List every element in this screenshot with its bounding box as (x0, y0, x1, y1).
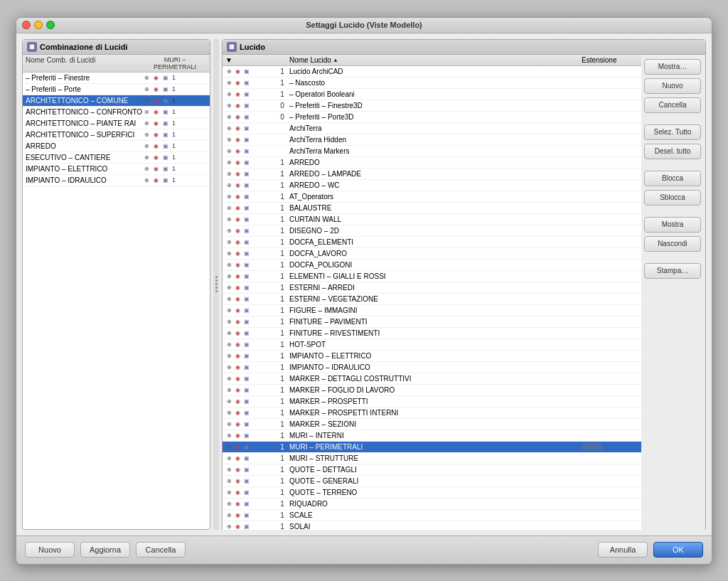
sblocca-button[interactable]: Sblocca (644, 190, 701, 206)
right-list-item[interactable]: ⊕ ◉ ▣ 1 QUOTE – TERRENO (223, 487, 641, 499)
right-list-item[interactable]: ⊕ ◉ ▣ 1 MURI – INTERNI (223, 430, 641, 442)
stampa-button[interactable]: Stampa… (644, 263, 701, 279)
layers-icon2: ⊕ (225, 307, 233, 314)
right-list-item[interactable]: ⊕ ◉ ▣ 1 ESTERNI – ARREDI (223, 282, 641, 294)
right-list-item[interactable]: ⊕ ◉ ▣ 1 ARREDO – LAMPADE (223, 169, 641, 180)
right-list-item[interactable]: ⊕ ◉ ▣ 1 – Operatori Booleani (223, 89, 641, 100)
mostra-dropdown-button[interactable]: Mostra… (644, 59, 701, 75)
nuovo-button[interactable]: Nuovo (644, 78, 701, 94)
col-name-header: Nome Comb. di Lucidi (26, 56, 143, 70)
spacer3 (644, 209, 701, 213)
left-list[interactable]: – Preferiti – Finestre ⊕ ◉ ▣ 1 – Preferi… (23, 73, 210, 529)
left-list-item[interactable]: IMPIANTO – ELETTRICO ⊕ ◉ ▣ 1 (23, 164, 210, 175)
nascondi-button[interactable]: Nascondi (644, 236, 701, 252)
right-list-item[interactable]: ⊕ ◉ ▣ 1 ESTERNI – VEGETAZIONE (223, 294, 641, 305)
left-list-item[interactable]: ARREDO ⊕ ◉ ▣ 1 (23, 141, 210, 152)
right-list-item[interactable]: ⊕ ◉ ▣ 1 FIGURE – IMMAGINI (223, 305, 641, 316)
cancella-button[interactable]: Cancella (644, 97, 701, 113)
right-list-item[interactable]: ⊕ ◉ ▣ 1 IMPIANTO – IDRAULICO (223, 362, 641, 373)
left-list-item[interactable]: – Preferiti – Porte ⊕ ◉ ▣ 1 (23, 84, 210, 95)
eye-icon2: ◉ (234, 124, 242, 132)
layer-icon2: ▣ (242, 79, 250, 87)
bottom-nuovo-button[interactable]: Nuovo (25, 542, 75, 558)
right-list-item[interactable]: ⊕ ◉ ▣ ArchiTerra Markers (223, 146, 641, 157)
right-list-item[interactable]: ⊕ ◉ ▣ 1 MARKER – PROSPETTI INTERNI (223, 407, 641, 419)
right-list-item[interactable]: ⊕ ◉ ▣ 1 RIQUADRO (223, 499, 641, 510)
item-num: 1 (275, 90, 289, 98)
right-list-item[interactable]: ⊕ ◉ ▣ 1 DOCFA_ELEMENTI (223, 237, 641, 248)
item-num: 1 (275, 352, 289, 360)
layer-icon2: ▣ (242, 113, 250, 121)
right-list-item[interactable]: ⊕ ◉ ▣ 1 QUOTE – GENERALI (223, 476, 641, 487)
right-list-item[interactable]: ⊕ ◉ ▣ 0 – Preferiti – Finestre3D (223, 100, 641, 112)
right-list-item[interactable]: ⊕ ◉ ▣ 1 MARKER – SEZIONI (223, 419, 641, 430)
eye-icon2: ◉ (234, 454, 242, 462)
right-list-item[interactable]: ⊕ ◉ ▣ 1 IMPIANTO – ELETTRICO (223, 351, 641, 362)
right-list-item[interactable]: ⊕ ◉ ▣ 1 MURI – PERIMETRALI (223, 442, 641, 453)
panel-divider[interactable] (213, 39, 219, 530)
left-list-item[interactable]: ARCHITETTONICO – COMUNE ⊕ ◉ ▣ 1 (23, 95, 210, 107)
ok-button[interactable]: OK (653, 542, 703, 558)
right-list-item[interactable]: ⊕ ◉ ▣ 1 – Nascosto (223, 78, 641, 89)
item-icons: ⊕ ◉ ▣ (225, 511, 275, 519)
left-list-item[interactable]: ARCHITETTONICO – CONFRONTO ⊕ ◉ ▣ 1 (23, 107, 210, 118)
right-list-item[interactable]: ⊕ ◉ ▣ 0 – Preferiti – Porte3D (223, 112, 641, 123)
item-icons: ⊕ ◉ ▣ (225, 523, 275, 530)
right-list-item[interactable]: ⊕ ◉ ▣ 1 AT_Operators (223, 191, 641, 203)
right-list-item[interactable]: ⊕ ◉ ▣ 1 DISEGNO – 2D (223, 225, 641, 237)
layer-icon2: ▣ (242, 147, 250, 155)
close-button[interactable] (22, 21, 31, 29)
blocca-button[interactable]: Blocca (644, 171, 701, 186)
right-list-item[interactable]: ⊕ ◉ ▣ 1 CURTAIN WALL (223, 214, 641, 225)
right-list-item[interactable]: ⊕ ◉ ▣ 1 MARKER – FOGLIO DI LAVORO (223, 385, 641, 396)
maximize-button[interactable] (46, 21, 55, 29)
item-num: 1 (275, 193, 289, 201)
eye-icon2: ◉ (234, 341, 242, 348)
item-num: 1 (275, 227, 289, 235)
left-list-item[interactable]: ARCHITETTONICO – SUPERFICI ⊕ ◉ ▣ 1 (23, 129, 210, 141)
minimize-button[interactable] (34, 21, 43, 29)
right-list-item[interactable]: ⊕ ◉ ▣ 1 MARKER – PROSPETTI (223, 396, 641, 407)
right-list-item[interactable]: ⊕ ◉ ▣ 1 ARREDO (223, 157, 641, 169)
layers-icon2: ⊕ (225, 511, 233, 519)
left-list-item[interactable]: – Preferiti – Finestre ⊕ ◉ ▣ 1 (23, 73, 210, 84)
right-list[interactable]: ⊕ ◉ ▣ 1 Lucido ArchiCAD ⊕ ◉ ▣ 1 – Nascos… (223, 66, 641, 530)
right-list-item[interactable]: ⊕ ◉ ▣ 1 DOCFA_POLIGONI (223, 260, 641, 271)
col-name-sort[interactable]: Nome Lucido ▲ (289, 56, 582, 64)
item-num: 1 (275, 295, 289, 303)
mostra-btn[interactable]: Mostra (644, 217, 701, 233)
left-list-item[interactable]: IMPIANTO – IDRAULICO ⊕ ◉ ▣ 1 (23, 175, 210, 186)
left-list-item[interactable]: ARCHITETTONICO – PIANTE RAI ⊕ ◉ ▣ 1 (23, 118, 210, 129)
sort-arrow-icon: ▲ (333, 57, 338, 63)
right-list-item[interactable]: ⊕ ◉ ▣ 1 FINITURE – PAVIMENTI (223, 316, 641, 328)
right-list-item[interactable]: ⊕ ◉ ▣ 1 DOCFA_LAVORO (223, 248, 641, 260)
right-list-item[interactable]: ⊕ ◉ ▣ 1 HOT-SPOT (223, 339, 641, 351)
right-list-item[interactable]: ⊕ ◉ ▣ 1 Lucido ArchiCAD (223, 66, 641, 78)
bottom-cancella-button[interactable]: Cancella (136, 542, 186, 558)
item-num: 1 (275, 363, 289, 371)
item-name: SOLAI (289, 523, 582, 530)
right-list-item[interactable]: ⊕ ◉ ▣ 1 QUOTE – DETTAGLI (223, 464, 641, 476)
right-list-item[interactable]: ⊕ ◉ ▣ 1 ELEMENTI – GIALLI E ROSSI (223, 271, 641, 282)
right-list-item[interactable]: ⊕ ◉ ▣ 1 SCALE (223, 510, 641, 521)
right-list-item[interactable]: ⊕ ◉ ▣ ArchiTerra (223, 123, 641, 134)
item-icons: ⊕ ◉ ▣ (225, 272, 275, 280)
left-list-item[interactable]: ESECUTIVO – CANTIERE ⊕ ◉ ▣ 1 (23, 152, 210, 164)
right-list-item[interactable]: ⊕ ◉ ▣ 1 SOLAI (223, 521, 641, 530)
annulla-button[interactable]: Annulla (598, 542, 648, 558)
right-list-item[interactable]: ⊕ ◉ ▣ 1 FINITURE – RIVESTIMENTI (223, 328, 641, 339)
eye-icon2: ◉ (234, 102, 242, 110)
layers-icon2: ⊕ (225, 443, 233, 451)
right-list-item[interactable]: ⊕ ◉ ▣ 1 ARREDO – WC (223, 180, 641, 191)
eye-icon2: ◉ (234, 79, 242, 87)
bottom-aggiorna-button[interactable]: Aggiorna (80, 542, 130, 558)
right-list-item[interactable]: ⊕ ◉ ▣ 1 MARKER – DETTAGLI COSTRUTTIVI (223, 373, 641, 385)
desel-tutto-button[interactable]: Desel. tutto (644, 144, 701, 159)
right-list-item[interactable]: ⊕ ◉ ▣ 1 MURI – STRUTTURE (223, 453, 641, 464)
right-list-item[interactable]: ⊕ ◉ ▣ ArchiTerra Hidden (223, 134, 641, 146)
right-list-item[interactable]: ⊕ ◉ ▣ 1 BALAUSTRE (223, 203, 641, 214)
selez-tutto-button[interactable]: Selez. Tutto (644, 124, 701, 140)
item-icons: ⊕ ◉ ▣ (225, 193, 275, 201)
layer-icon2: ▣ (242, 443, 250, 451)
eye-icon2: ◉ (234, 170, 242, 178)
